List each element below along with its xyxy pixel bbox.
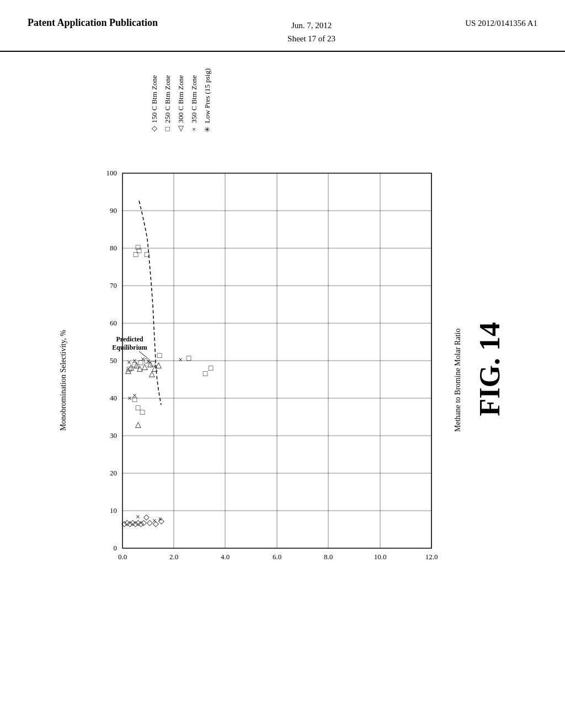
svg-text:Equilibrium: Equilibrium: [112, 344, 147, 351]
svg-text:8.0: 8.0: [324, 553, 333, 561]
legend-symbol-1: ◇: [150, 125, 159, 133]
y-axis-label: Monobromination Selectivity, %: [59, 173, 68, 587]
svg-text:×: ×: [136, 513, 140, 521]
svg-text:90: 90: [110, 206, 117, 215]
svg-text:60: 60: [110, 319, 117, 327]
svg-text:40: 40: [110, 394, 117, 402]
legend-item-3: △ 300 C Btm Zone: [177, 68, 185, 133]
page-header: Patent Application Publication Jun. 7, 2…: [0, 0, 565, 52]
legend-label-1: 150 C Btm Zone: [150, 75, 159, 123]
svg-text:Predicted: Predicted: [116, 335, 143, 343]
legend-label-5: Low Pres (15 psig): [203, 68, 212, 123]
svg-text:10: 10: [110, 506, 117, 515]
chart-svg: 0.0 2.0 4.0 6.0 8.0 10.0 12.0 0 10 20 30…: [89, 168, 448, 581]
legend-item-1: ◇ 150 C Btm Zone: [150, 68, 159, 133]
svg-text:0: 0: [114, 544, 118, 552]
publication-title: Patent Application Publication: [28, 17, 158, 29]
svg-text:12.0: 12.0: [425, 553, 438, 561]
svg-text:10.0: 10.0: [374, 553, 387, 561]
patent-number: US 2012/0141356 A1: [465, 17, 537, 28]
svg-text:×: ×: [127, 394, 132, 403]
svg-text:×: ×: [178, 356, 183, 364]
x-axis-label: Methane to Bromine Molar Ratio: [454, 173, 462, 587]
main-content: ◇ 150 C Btm Zone □ 250 C Btm Zone △ 300 …: [0, 52, 565, 686]
svg-text:4.0: 4.0: [221, 553, 230, 561]
svg-text:□: □: [157, 351, 162, 360]
legend-symbol-3: △: [177, 125, 185, 133]
chart-plot: 0.0 2.0 4.0 6.0 8.0 10.0 12.0 0 10 20 30…: [89, 168, 448, 581]
svg-text:20: 20: [110, 469, 117, 477]
svg-text:×: ×: [132, 392, 137, 400]
sheet-number: Sheet 17 of 23: [287, 34, 335, 43]
legend-symbol-4: ×: [190, 125, 199, 133]
svg-text:30: 30: [110, 431, 117, 440]
svg-text:0.0: 0.0: [118, 553, 127, 561]
svg-text:×: ×: [152, 517, 157, 525]
svg-text:50: 50: [110, 356, 117, 365]
legend: ◇ 150 C Btm Zone □ 250 C Btm Zone △ 300 …: [150, 68, 212, 133]
header-center: Jun. 7, 2012 Sheet 17 of 23: [287, 17, 335, 45]
svg-text:70: 70: [110, 281, 117, 290]
svg-text:100: 100: [106, 169, 118, 177]
chart-area: ◇ 150 C Btm Zone □ 250 C Btm Zone △ 300 …: [56, 68, 509, 675]
svg-text:△: △: [156, 361, 162, 369]
publication-date: Jun. 7, 2012: [291, 21, 332, 30]
svg-text:△: △: [135, 420, 141, 429]
legend-label-2: 250 C Btm Zone: [163, 75, 172, 123]
figure-label: FIG. 14: [473, 322, 506, 416]
legend-label-4: 350 C Btm Zone: [190, 75, 199, 123]
legend-symbol-5: ✳: [203, 125, 212, 133]
legend-label-3: 300 C Btm Zone: [177, 75, 185, 123]
svg-text:80: 80: [110, 244, 117, 252]
svg-text:□: □: [209, 364, 214, 372]
svg-text:△: △: [149, 370, 155, 378]
legend-symbol-2: □: [163, 125, 172, 133]
svg-text:□: □: [145, 250, 150, 259]
svg-text:□: □: [203, 370, 208, 378]
svg-text:×: ×: [158, 515, 162, 523]
svg-text:2.0: 2.0: [169, 553, 178, 561]
svg-text:□: □: [186, 354, 191, 362]
svg-text:□: □: [140, 408, 145, 416]
legend-item-2: □ 250 C Btm Zone: [163, 68, 172, 133]
legend-item-5: ✳ Low Pres (15 psig): [203, 68, 212, 133]
legend-item-4: × 350 C Btm Zone: [190, 68, 199, 133]
svg-text:6.0: 6.0: [273, 553, 281, 561]
svg-text:□: □: [136, 243, 141, 251]
svg-text:◇: ◇: [147, 518, 153, 527]
